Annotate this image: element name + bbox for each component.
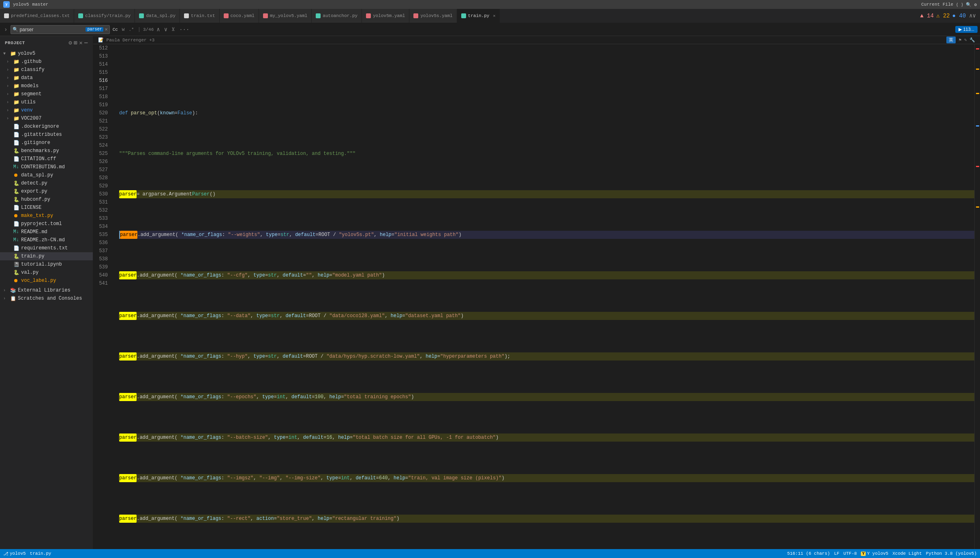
top-search-icon[interactable]: 🔍 xyxy=(966,2,971,7)
linenum-516: 516 xyxy=(93,77,111,85)
citation-arrow: › xyxy=(6,157,13,161)
sidebar-item-github[interactable]: › 📁 .github xyxy=(0,58,93,66)
sidebar-item-pyproject[interactable]: › 📄 pyproject.toml xyxy=(0,220,93,228)
sidebar-item-voc2007[interactable]: › 📁 VOC2007 xyxy=(0,114,93,122)
tab-train-txt[interactable]: train.txt xyxy=(180,9,219,23)
detect-arrow: › xyxy=(6,181,13,186)
match-case-btn[interactable]: Cc xyxy=(111,27,119,32)
sidebar-item-valpy[interactable]: › 🐍 val.py xyxy=(0,268,93,277)
tab-classify-train[interactable]: classify/train.py xyxy=(74,9,135,23)
sidebar-layout-icon[interactable]: ⊞ xyxy=(74,39,77,46)
collapse-icon[interactable]: ∨ xyxy=(973,12,976,19)
linenum-519: 519 xyxy=(93,101,111,109)
tab-data-spl[interactable]: data_spl.py xyxy=(135,9,180,23)
sidebar-item-benchmarks[interactable]: › 🐍 benchmarks.py xyxy=(0,147,93,155)
sidebar: Project ⚙ ⊞ ✕ — ▼ 📁 yolov5 › 📁 .github xyxy=(0,36,93,549)
prev-result-btn[interactable]: ∧ xyxy=(155,26,161,33)
sidebar-item-venv[interactable]: › 📁 venv xyxy=(0,106,93,114)
tab-label-trainpy: train.py xyxy=(468,13,490,18)
tab-close-trainpy[interactable]: ✕ xyxy=(493,13,495,18)
tab-yolov5s[interactable]: yolov5s.yaml xyxy=(409,9,457,23)
status-branch[interactable]: ⎇ yolov5 xyxy=(3,551,26,556)
tab-more-button[interactable]: ▲ 14 ⚠ 22 ● 40 ∧ ∨ xyxy=(916,9,980,23)
status-position[interactable]: 516:11 (6 chars) xyxy=(787,551,830,556)
tab-icon-predefined xyxy=(4,13,9,18)
toolbar-separator: | xyxy=(138,27,141,32)
sidebar-item-data[interactable]: › 📁 data xyxy=(0,74,93,82)
sidebar-item-detect[interactable]: › 🐍 detect.py xyxy=(0,179,93,187)
search-box[interactable]: 🔍 parser ✕ xyxy=(11,25,109,34)
sidebar-item-license[interactable]: › 📄 LICENSE xyxy=(0,204,93,212)
search-clear-btn[interactable]: ✕ xyxy=(105,26,107,32)
sidebar-item-scratches[interactable]: › 📋 Scratches and Consoles xyxy=(0,294,93,303)
sidebar-item-models[interactable]: › 📁 models xyxy=(0,82,93,90)
sidebar-item-dockerignore[interactable]: › 📄 .dockerignore xyxy=(0,122,93,131)
requirements-icon: 📄 xyxy=(13,245,19,251)
dockerignore-arrow: › xyxy=(6,124,13,129)
search-input[interactable] xyxy=(19,27,84,32)
sidebar-item-maketxt[interactable]: › make_txt.py xyxy=(0,212,93,220)
tab-autoanchor[interactable]: autoanchor.py xyxy=(312,9,362,23)
more-search-options-btn[interactable]: ··· xyxy=(178,26,190,33)
sidebar-item-tutorial[interactable]: › 📓 tutorial.ipynb xyxy=(0,260,93,268)
tab-yolov5m[interactable]: yolov5m.yaml xyxy=(362,9,409,23)
sidebar-item-readme-zh[interactable]: › M↓ README.zh-CN.md xyxy=(0,236,93,244)
scratches-arrow: › xyxy=(3,296,10,301)
sidebar-item-requirements[interactable]: › 📄 requirements.txt xyxy=(0,244,93,252)
tab-train-py[interactable]: train.py ✕ xyxy=(457,9,500,23)
sidebar-minimize-icon[interactable]: — xyxy=(84,39,88,46)
run-button[interactable]: ▶ 113... xyxy=(955,26,978,33)
linenum-514: 514 xyxy=(93,60,111,69)
status-file[interactable]: train.py xyxy=(30,551,51,556)
expand-icon[interactable]: ∧ xyxy=(969,12,972,19)
tab-my-yolov5[interactable]: my_yolov5.yaml xyxy=(259,9,312,23)
top-action-icon1[interactable]: ⟨ xyxy=(956,2,959,7)
tab-icon-classify xyxy=(78,13,83,18)
code-editor[interactable]: 512 513 514 515 516 517 518 519 520 521 … xyxy=(93,44,980,549)
sidebar-item-hubconf[interactable]: › 🐍 hubconf.py xyxy=(0,195,93,204)
sidebar-item-contributing[interactable]: › M↓ CONTRIBUTING.md xyxy=(0,163,93,171)
sidebar-item-classify[interactable]: › 📁 classify xyxy=(0,66,93,74)
sidebar-item-citation[interactable]: › 📄 CITATION.cff xyxy=(0,155,93,163)
sidebar-item-gitattributes[interactable]: › 📄 .gitattributes xyxy=(0,131,93,139)
regex-btn[interactable]: .* xyxy=(127,27,135,32)
line-numbers-gutter: 512 513 514 515 516 517 518 519 520 521 … xyxy=(93,44,114,549)
linenum-532: 532 xyxy=(93,206,111,215)
toolbar-collapse-arrow[interactable]: › xyxy=(2,26,9,34)
readme-arrow: › xyxy=(6,230,13,234)
status-python-version[interactable]: Python 3.8 (yolov5) xyxy=(926,551,977,556)
sidebar-close-icon[interactable]: ✕ xyxy=(79,39,83,46)
status-position-label: 516:11 (6 chars) xyxy=(787,551,830,556)
translate-icon[interactable]: 英 xyxy=(946,36,956,43)
top-settings-icon[interactable]: ⚙ xyxy=(974,2,977,7)
next-result-btn[interactable]: ∨ xyxy=(163,26,169,33)
sidebar-item-segment[interactable]: › 📁 segment xyxy=(0,90,93,98)
sidebar-item-root[interactable]: ▼ 📁 yolov5 xyxy=(0,49,93,58)
filter-btn[interactable]: ⊻ xyxy=(170,26,176,32)
sidebar-settings-icon[interactable]: ⚙ xyxy=(68,39,72,46)
sidebar-item-gitignore[interactable]: › 📄 .gitignore xyxy=(0,139,93,147)
sidebar-item-external-libraries[interactable]: › 📚 External Libraries xyxy=(0,286,93,294)
sidebar-item-export[interactable]: › 🐍 export.py xyxy=(0,187,93,195)
status-theme[interactable]: Xcode Light xyxy=(892,551,922,556)
sidebar-item-trainpy[interactable]: › 🐍 train.py xyxy=(0,252,93,260)
linenum-529: 529 xyxy=(93,182,111,190)
readme-zh-icon: M↓ xyxy=(13,237,19,243)
sidebar-item-dataspl[interactable]: › data_spl.py xyxy=(0,171,93,179)
data-label: data xyxy=(21,75,93,81)
tab-predefined-classes[interactable]: predefined_classes.txt xyxy=(0,9,74,23)
top-action-icon2[interactable]: ⟩ xyxy=(961,2,964,7)
gitattributes-arrow: › xyxy=(6,133,13,137)
tab-bar: predefined_classes.txt classify/train.py… xyxy=(0,9,980,23)
status-interpreter[interactable]: Y Y yolov5 xyxy=(861,551,888,556)
toolbar-right: ▶ 113... xyxy=(955,26,978,33)
status-line-ending[interactable]: LF xyxy=(834,551,839,556)
status-encoding[interactable]: UTF-8 xyxy=(843,551,857,556)
tab-icon-autoanchor xyxy=(316,13,321,18)
sidebar-item-voclabel[interactable]: › voc_label.py xyxy=(0,277,93,285)
linenum-526: 526 xyxy=(93,158,111,166)
whole-word-btn[interactable]: W xyxy=(121,27,126,32)
sidebar-item-utils[interactable]: › 📁 utils xyxy=(0,98,93,106)
sidebar-item-readme[interactable]: › M↓ README.md xyxy=(0,228,93,236)
tab-coco-yaml[interactable]: coco.yaml xyxy=(220,9,259,23)
